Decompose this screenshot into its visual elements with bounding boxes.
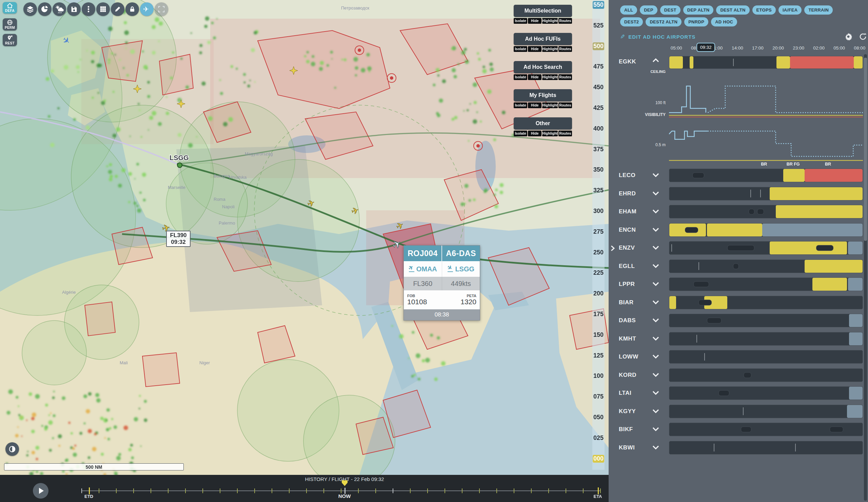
overlay-panel-title[interactable]: MultiSelection [514,5,572,17]
flight-level-450[interactable]: 450 [593,83,604,91]
expand-chevron-dabs[interactable] [651,316,661,324]
expand-chevron-bikf[interactable] [651,425,661,433]
flight-level-400[interactable]: 400 [593,125,604,133]
filter-chip-dest-altn[interactable]: DEST ALTN [716,6,749,14]
save-button[interactable] [67,2,81,16]
status-bar-loww[interactable] [669,350,863,363]
airport-code-biar[interactable]: BIAR [619,299,650,306]
status-bar-dabs[interactable] [669,314,863,327]
routes-button[interactable]: Routes [558,74,572,80]
isolate-button[interactable]: Isolate [514,102,527,108]
expand-chevron-enzv[interactable] [651,244,661,252]
highlight-button[interactable]: Highlight [542,18,558,24]
filter-chip-terrain[interactable]: TERRAIN [804,6,833,14]
hide-button[interactable]: Hide [528,46,541,52]
flight-level-175[interactable]: 175 [593,310,604,318]
overlay-panel-title[interactable]: Other [514,117,572,130]
play-button[interactable] [33,483,49,499]
eta-marker[interactable] [598,488,599,494]
mode-button-defa[interactable]: DEFA [3,2,17,13]
edit-adhoc-airports-link[interactable]: ✎ EDIT AD HOC AIRPORTS [620,33,695,40]
more-options-button[interactable] [82,2,95,16]
flight-level-375[interactable]: 375 [593,145,604,153]
status-bar-egll[interactable] [669,259,863,273]
routes-button[interactable]: Routes [558,102,572,108]
flight-level-075[interactable]: 075 [593,393,604,401]
airport-code-encn[interactable]: ENCN [619,227,650,233]
flight-level-050[interactable]: 050 [593,413,604,421]
routes-button[interactable]: Routes [558,46,572,52]
status-bar-bikf[interactable] [669,423,863,436]
airport-code-enzv[interactable]: ENZV [619,245,650,251]
hide-button[interactable]: Hide [528,131,541,136]
playback-bar[interactable]: HISTORY / FLIGHT - 22 Feb 09:32 ETD NOW … [0,475,609,502]
map-canvas[interactable]: ✈ ✈ ✈ ✈ ✈ ✈ ПетрозаводскMagyarországHrva… [0,0,609,475]
isolate-button[interactable]: Isolate [514,46,527,52]
flight-level-300[interactable]: 300 [593,207,604,215]
airport-code-kmht[interactable]: KMHT [619,336,650,342]
status-bar-kbwi[interactable] [669,441,863,454]
highlight-button[interactable]: Highlight [542,46,558,52]
airport-code-kgyy[interactable]: KGYY [619,408,650,415]
airport-code-egkk[interactable]: EGKK [619,58,650,65]
airport-code-lppr[interactable]: LPPR [619,281,650,288]
filter-chip-dest[interactable]: DEST [660,6,681,14]
routes-button[interactable]: Routes [558,131,572,136]
airport-code-loww[interactable]: LOWW [619,354,650,360]
highlight-button[interactable]: Highlight [542,131,558,136]
hide-button[interactable]: Hide [528,74,541,80]
scrollbar[interactable] [864,54,867,501]
filter-chip-dep[interactable]: DEP [640,6,658,14]
status-bar-leco[interactable] [669,168,863,182]
expand-chevron-biar[interactable] [651,298,661,306]
isolate-button[interactable]: Isolate [514,131,527,136]
egkk-status-bar[interactable] [669,56,863,69]
expand-chevron-ltai[interactable] [651,389,661,397]
expand-chevron-eham[interactable] [651,207,661,215]
expand-chevron-kord[interactable] [651,371,661,379]
flight-level-425[interactable]: 425 [593,104,604,112]
flight-level-000[interactable]: 000 [593,455,604,463]
expand-chevron-kmht[interactable] [651,335,661,342]
isolate-button[interactable]: Isolate [514,18,527,24]
status-bar-enzv[interactable] [669,241,863,255]
filter-chip-all[interactable]: ALL [620,6,637,14]
expand-chevron-leco[interactable] [651,171,661,179]
charts-button[interactable] [38,2,52,16]
status-bar-biar[interactable] [669,296,863,309]
filter-chip-dest2[interactable]: DEST2 [620,17,643,27]
airport-code-bikf[interactable]: BIKF [619,426,650,433]
contrast-toggle-button[interactable] [6,442,19,456]
weather-button[interactable] [53,2,66,16]
hide-button[interactable]: Hide [528,102,541,108]
status-bar-encn[interactable] [669,223,863,237]
flights-tool-button[interactable]: ✈ [140,2,154,16]
overlay-panel-title[interactable]: My Flights [514,89,572,101]
draw-button[interactable] [111,2,124,16]
highlight-button[interactable]: Highlight [542,74,558,80]
mode-button-rest[interactable]: REST [3,34,17,46]
refresh-button[interactable] [859,33,867,42]
now-marker[interactable] [342,480,348,486]
filter-chip-etops[interactable]: ETOPS [752,6,776,14]
isolate-button[interactable]: Isolate [514,74,527,80]
status-bar-kmht[interactable] [669,332,863,346]
expand-chevron-ehrd[interactable] [651,189,661,197]
flight-level-025[interactable]: 025 [593,434,604,442]
grid-view-button[interactable] [96,2,110,16]
airport-code-ehrd[interactable]: EHRD [619,190,650,197]
filter-chip-dest2-altn[interactable]: DEST2 ALTN [645,17,682,27]
playback-timeline[interactable] [81,491,601,491]
filter-chip-ia-fea[interactable]: IA/FEA [778,6,802,14]
status-bar-kord[interactable] [669,368,863,382]
flight-level-225[interactable]: 225 [593,269,604,277]
settings-button[interactable] [844,33,852,42]
flight-level-275[interactable]: 275 [593,228,604,236]
flight-level-150[interactable]: 150 [593,331,604,339]
highlight-button[interactable]: Highlight [542,102,558,108]
flight-level-200[interactable]: 200 [593,290,604,297]
expand-chevron-encn[interactable] [651,226,661,234]
airport-code-eham[interactable]: EHAM [619,208,650,215]
expand-chevron-lppr[interactable] [651,280,661,288]
airport-code-egll[interactable]: EGLL [619,263,650,270]
